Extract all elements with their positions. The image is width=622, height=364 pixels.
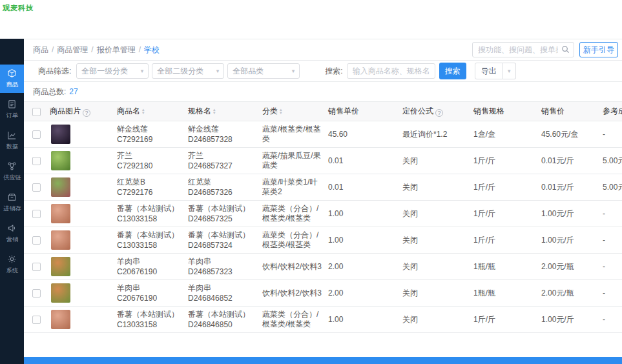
new-user-guide-button[interactable]: 新手引导 [579,42,618,57]
unit-price-cell: 0.01 [326,174,400,201]
spec-code: D246857326 [188,187,257,197]
pricing-formula-cell: 关闭 [400,174,471,201]
sale-spec-cell: 1斤/斤 [471,307,539,333]
select-all-checkbox[interactable] [32,108,41,116]
header-right: 新手引导 [472,42,618,57]
spec-code: D246857328 [188,134,257,145]
sale-price-cell: 2.00元/瓶 [539,254,600,280]
ref-cost-cell: - [600,254,622,280]
column-header: 商品名 [117,106,140,116]
export-dropdown-button[interactable]: ▾ [503,63,516,79]
category-cell: 蔬菜/根茎类/根茎类 [260,121,326,148]
product-code: C7292169 [117,134,183,145]
help-icon[interactable]: ? [435,109,443,117]
row-checkbox[interactable] [32,157,41,165]
app-logo: 观麦科技 [3,3,34,13]
chevron-down-icon: ▾ [292,68,295,74]
row-checkbox[interactable] [32,236,41,245]
product-code: C7292176 [117,187,183,197]
product-thumbnail[interactable] [51,177,70,197]
table-row: 番薯（本站测试） C13033158 番薯（本站测试） D246846850 蔬… [24,307,622,333]
spec-code: D246857327 [188,161,257,171]
row-checkbox[interactable] [32,289,41,298]
breadcrumb-item[interactable]: 报价单管理 [97,45,136,54]
pricing-formula-cell: 关闭 [400,227,471,254]
product-name: 番薯（本站测试） [117,203,183,214]
spec-name: 红苋菜 [188,177,257,187]
ref-cost-cell: 5.00元 [600,148,622,174]
table-row: 芥兰 C7292180 芥兰 D246857327 蔬菜/茄果瓜豆/果蔬类 0.… [24,148,622,174]
summary-bar: 商品总数: 27 [24,82,622,101]
sidebar-item-supply-chain[interactable]: 供应链 [0,157,24,186]
product-thumbnail[interactable] [51,151,70,170]
select-value: 全部二级分类 [157,66,203,77]
export-split-button: 导出 ▾ [475,63,516,79]
help-icon[interactable]: ? [83,109,90,117]
category-cell: 蔬菜类（分合）/根茎类/根茎类 [260,227,326,254]
unit-price-cell: 45.60 [326,121,400,148]
row-checkbox[interactable] [32,210,41,218]
product-name: 红苋菜B [117,177,183,187]
product-code: C20676190 [117,293,183,303]
sort-icon[interactable]: ▴▾ [280,108,282,114]
product-search-input[interactable] [347,63,435,79]
category-level2-select[interactable]: 全部二级分类 ▾ [152,63,224,79]
sale-spec-cell: 1斤/斤 [471,174,539,201]
sidebar-item-label: 商品 [6,81,17,89]
column-header: 销售价 [541,106,565,116]
pricing-formula-cell: 关闭 [400,280,471,307]
sidebar-item-system[interactable]: 系统 [0,250,24,279]
search-icon[interactable] [561,45,570,54]
product-thumbnail[interactable] [51,257,70,276]
filter-label: 商品筛选: [38,66,71,77]
ref-cost-cell: 5.00元 [600,174,622,201]
pricing-formula-cell: 关闭 [400,201,471,227]
sidebar-item-marketing[interactable]: 营销 [0,219,24,248]
supply-chain-icon [7,161,17,171]
sidebar-item-orders[interactable]: 订单 [0,96,24,124]
sidebar-item-label: 供应链 [3,174,21,182]
sidebar-item-goods[interactable]: 商品 [0,65,24,93]
ref-cost-cell: - [600,280,622,307]
sort-icon[interactable]: ▴▾ [142,108,145,114]
product-thumbnail[interactable] [51,310,70,329]
top-header: 观麦科技 [0,0,622,39]
row-checkbox[interactable] [32,183,41,192]
breadcrumb-item[interactable]: 商品 [33,45,48,54]
sale-spec-cell: 1斤/斤 [471,227,539,254]
category-type-select[interactable]: 全部品类 ▾ [227,63,300,79]
product-thumbnail[interactable] [51,283,70,303]
category-cell: 蔬菜类（分合）/根茎类/根茎类 [260,307,326,333]
product-total-label: 商品总数: [33,86,66,97]
sidebar-item-label: 系统 [6,267,17,275]
product-thumbnail[interactable] [51,125,70,144]
table-row: 番薯（本站测试） C13033158 番薯（本站测试） D246857324 蔬… [24,227,622,254]
export-button[interactable]: 导出 [475,63,503,79]
sidebar-item-label: 数据 [6,143,17,151]
unit-price-cell: 0.01 [326,148,400,174]
row-checkbox[interactable] [32,316,41,324]
column-header: 销售规格 [473,106,504,116]
sort-icon[interactable]: ▴▾ [213,108,216,114]
search-button[interactable]: 搜索 [439,63,466,79]
product-thumbnail[interactable] [51,204,70,223]
product-table-header: 商品图片? 商品名▴▾ 规格名▴▾ 分类▴▾ 销售单价 定价公式? 销售规格 销… [24,102,622,121]
row-checkbox[interactable] [32,130,41,139]
row-checkbox[interactable] [32,263,41,271]
spec-code: D246846850 [188,319,257,330]
product-table: 商品图片? 商品名▴▾ 规格名▴▾ 分类▴▾ 销售单价 定价公式? 销售规格 销… [24,101,622,333]
product-thumbnail[interactable] [51,230,70,250]
category-level1-select[interactable]: 全部一级分类 ▾ [76,63,149,79]
global-search-input[interactable] [472,42,574,57]
product-name: 羊肉串 [117,283,183,293]
select-value: 全部品类 [233,66,264,77]
sale-spec-cell: 1斤/斤 [471,148,539,174]
column-header: 参考成本价 [603,106,622,116]
chart-icon [7,130,17,140]
breadcrumb-item[interactable]: 商品管理 [57,45,88,54]
breadcrumb-item-current[interactable]: 学校 [144,45,160,54]
sidebar-item-data[interactable]: 数据 [0,126,24,155]
product-name: 番薯（本站测试） [117,309,183,319]
sidebar-item-inventory[interactable]: 进销存 [0,188,24,217]
product-name: 鲜金线莲 [117,124,183,134]
